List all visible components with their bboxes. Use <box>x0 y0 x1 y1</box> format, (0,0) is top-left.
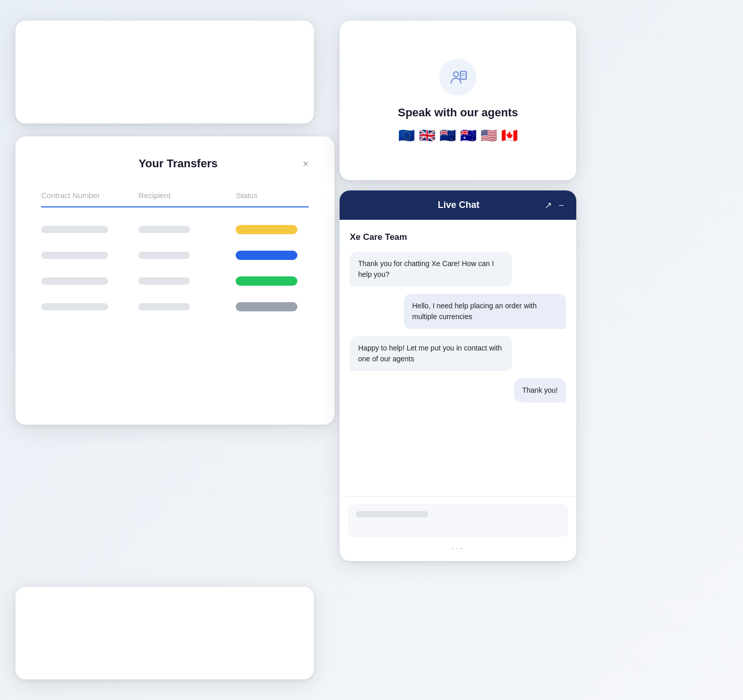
table-row <box>41 217 309 242</box>
status-pill-green <box>236 276 297 286</box>
chat-message: Thank you for chatting Xe Care! How can … <box>350 252 512 287</box>
transfers-header: Your Transfers × <box>41 157 309 170</box>
chat-footer-dots: ··· <box>348 537 568 556</box>
close-button[interactable]: × <box>303 159 309 169</box>
expand-chat-button[interactable]: ↗ <box>544 201 552 210</box>
flag-eu: 🇪🇺 <box>398 129 415 142</box>
chat-input-skeleton <box>356 511 428 517</box>
bottom-left-card <box>15 587 314 679</box>
flag-us: 🇺🇸 <box>481 129 497 142</box>
skeleton-recipient <box>138 226 190 233</box>
column-recipient-label: Recipient <box>138 191 171 200</box>
speak-with-agents-card: Speak with our agents 🇪🇺 🇬🇧 🇳🇿 🇦🇺 🇺🇸 🇨🇦 <box>340 21 576 180</box>
minimize-chat-button[interactable]: − <box>558 201 564 210</box>
chat-header-title: Live Chat <box>373 200 544 211</box>
flag-nz: 🇳🇿 <box>439 129 456 142</box>
table-row <box>41 268 309 294</box>
status-pill-gray <box>236 302 297 311</box>
chat-messages: Thank you for chatting Xe Care! How can … <box>350 252 566 488</box>
flag-gb: 🇬🇧 <box>419 129 435 142</box>
agent-icon <box>448 67 468 87</box>
skeleton-recipient <box>138 277 190 285</box>
transfers-card: Your Transfers × Contract Number Recipie… <box>15 136 334 425</box>
skeleton-recipient <box>138 303 190 310</box>
skeleton-recipient <box>138 252 190 259</box>
chat-team-name: Xe Care Team <box>350 232 566 242</box>
speak-title: Speak with our agents <box>398 106 518 119</box>
chat-message: Thank you! <box>514 378 566 402</box>
transfers-table: Contract Number Recipient Status <box>41 191 309 320</box>
skeleton-contract <box>41 226 108 233</box>
chat-message: Happy to help! Let me put you in contact… <box>350 336 512 371</box>
column-contract-label: Contract Number <box>41 191 100 200</box>
chat-header: Live Chat ↗ − <box>340 190 576 220</box>
live-chat-card: Live Chat ↗ − Xe Care Team Thank you for… <box>340 190 576 561</box>
svg-point-0 <box>453 72 458 77</box>
skeleton-contract <box>41 277 108 285</box>
chat-message: Hello, I need help placing an order with… <box>404 294 566 329</box>
chat-body: Xe Care Team Thank you for chatting Xe C… <box>340 220 576 496</box>
table-header-row: Contract Number Recipient Status <box>41 191 309 207</box>
chat-input-area: ··· <box>340 496 576 561</box>
chat-input-box[interactable] <box>348 504 568 537</box>
top-left-card <box>15 21 314 124</box>
status-pill-blue <box>236 251 297 260</box>
flag-au: 🇦🇺 <box>460 129 476 142</box>
column-status-label: Status <box>236 191 258 200</box>
transfers-title: Your Transfers <box>54 157 303 170</box>
svg-rect-1 <box>461 72 466 79</box>
status-pill-yellow <box>236 225 297 234</box>
skeleton-contract <box>41 303 108 310</box>
table-row <box>41 294 309 320</box>
table-row <box>41 242 309 268</box>
agent-icon-circle <box>439 59 476 96</box>
chat-header-icons: ↗ − <box>544 201 564 210</box>
flags-row: 🇪🇺 🇬🇧 🇳🇿 🇦🇺 🇺🇸 🇨🇦 <box>398 129 518 142</box>
flag-ca: 🇨🇦 <box>501 129 518 142</box>
skeleton-contract <box>41 252 108 259</box>
